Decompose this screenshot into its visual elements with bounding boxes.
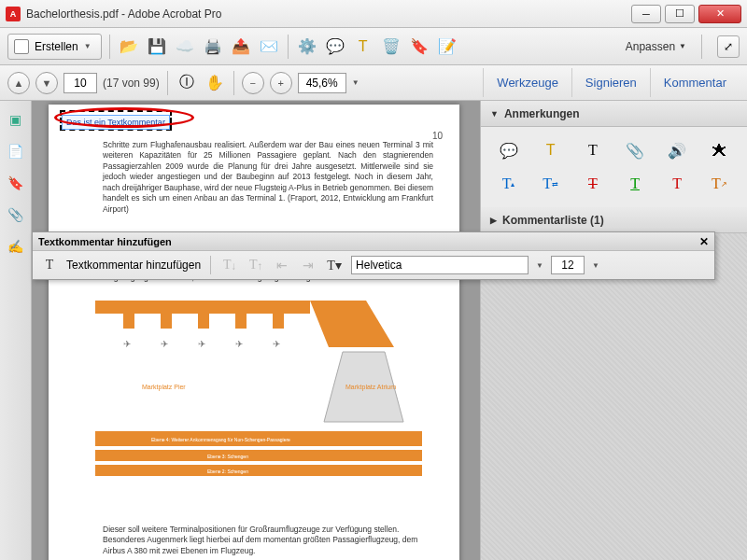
text-comment-label: Textkommentar hinzufügen [66, 259, 201, 272]
text-comment-box[interactable]: Das ist ein Textkommentar [60, 110, 172, 131]
comment-list-body [481, 233, 747, 560]
share-icon[interactable]: 📤 [230, 35, 252, 58]
audio-tool[interactable]: 🔊 [659, 138, 696, 162]
chevron-down-icon[interactable]: ▼ [352, 78, 359, 87]
minimize-button[interactable]: ─ [631, 5, 661, 23]
fig-label-pier: Marktplatz Pier [142, 384, 186, 391]
font-family-select[interactable] [351, 256, 529, 274]
mail-icon[interactable]: ✉️ [258, 35, 280, 58]
decrease-font-icon[interactable]: T↓ [220, 256, 239, 274]
right-panel: ▼ Anmerkungen 💬 T T 📎 🔊 🟊 T▴ T⇄ T T T T↗… [480, 101, 747, 560]
svg-rect-1 [123, 314, 134, 329]
signature-icon[interactable]: ✍️ [7, 237, 25, 256]
attachment-icon[interactable]: 📎 [7, 205, 25, 224]
thumbnails-icon[interactable]: ▣ [7, 110, 25, 129]
svg-rect-2 [161, 314, 172, 329]
page-down-button[interactable]: ▼ [35, 72, 58, 94]
add-text-tool[interactable]: T [574, 138, 611, 162]
open-icon[interactable]: 📂 [118, 35, 140, 58]
cloud-icon[interactable]: ☁️ [174, 35, 196, 58]
zoom-input[interactable] [298, 73, 346, 93]
svg-text:Ebene 2: Schengen: Ebene 2: Schengen [207, 469, 248, 474]
close-button[interactable]: ✕ [698, 5, 741, 23]
save-icon[interactable]: 💾 [146, 35, 168, 58]
font-size-select[interactable] [551, 256, 585, 274]
sidebar: ▣ 📄 🔖 📎 ✍️ [0, 101, 32, 560]
page-number: 10 [432, 131, 443, 141]
stamp-icon[interactable]: 🔖 [408, 35, 430, 58]
underline-tool[interactable]: T [617, 172, 654, 196]
note-icon[interactable]: 💬 [324, 35, 346, 58]
maximize-button[interactable]: ☐ [665, 5, 695, 23]
window-title: Bachelorthesis.pdf - Adobe Acrobat Pro [26, 7, 627, 21]
app-icon: A [6, 7, 21, 21]
fullscreen-button[interactable]: ⤢ [717, 35, 740, 58]
close-icon[interactable]: ✕ [699, 235, 709, 248]
separator [109, 35, 110, 59]
edit-icon[interactable]: 📝 [436, 35, 458, 58]
text-comment-content[interactable]: Das ist ein Textkommentar [62, 115, 170, 130]
separator [210, 256, 211, 274]
select-tool-icon[interactable]: Ⓘ [176, 72, 198, 94]
highlight-icon[interactable]: T [352, 35, 374, 58]
annotations-header[interactable]: ▼ Anmerkungen [481, 101, 747, 127]
indent-right-icon[interactable]: ⇥ [299, 256, 317, 274]
text-color-icon[interactable]: T▾ [325, 256, 344, 274]
annotations-title: Anmerkungen [504, 107, 580, 120]
chevron-down-icon: ▼ [490, 109, 499, 119]
create-button[interactable]: Erstellen ▼ [7, 34, 102, 60]
delete-note-icon[interactable]: 🗑️ [380, 35, 402, 58]
chevron-down-icon[interactable]: ▼ [536, 261, 543, 270]
insert-text-tool[interactable]: T▴ [490, 172, 527, 196]
text-tool-icon[interactable]: T [40, 256, 59, 274]
increase-font-icon[interactable]: T↑ [247, 256, 265, 274]
fig-label-atrium: Marktplatz Atrium [345, 384, 396, 391]
document-viewport[interactable]: Das ist ein Textkommentar 10 Schritte zu… [32, 101, 480, 560]
main-area: ▣ 📄 🔖 📎 ✍️ Das ist ein Textkommentar 10 … [0, 101, 747, 560]
window-titlebar: A Bachelorthesis.pdf - Adobe Acrobat Pro… [0, 0, 747, 28]
svg-text:✈: ✈ [235, 339, 243, 349]
tab-comment[interactable]: Kommentar [650, 68, 740, 97]
customize-label: Anpassen [626, 40, 675, 53]
svg-rect-15 [95, 465, 422, 476]
nav-toolbar: ▲ ▼ (17 von 99) Ⓘ ✋ − + ▼ Werkzeuge Sign… [0, 65, 747, 101]
gear-icon[interactable]: ⚙️ [296, 35, 318, 58]
pages-icon[interactable]: 📄 [7, 142, 25, 161]
page-up-button[interactable]: ▲ [7, 72, 30, 94]
highlight-text-tool[interactable]: T [532, 138, 569, 162]
attach-file-tool[interactable]: 📎 [617, 138, 654, 162]
bookmark-icon[interactable]: 🔖 [7, 174, 25, 192]
separator [233, 71, 234, 95]
stamp-tool[interactable]: 🟊 [701, 138, 738, 162]
zoom-out-button[interactable]: − [242, 72, 264, 94]
svg-text:Ebene 3: Schengen: Ebene 3: Schengen [207, 454, 248, 459]
tab-sign[interactable]: Signieren [571, 68, 650, 97]
annotation-tools: 💬 T T 📎 🔊 🟊 T▴ T⇄ T T T T↗ [481, 127, 747, 207]
customize-menu[interactable]: Anpassen ▼ [618, 36, 694, 57]
comment-list-header[interactable]: ▶ Kommentarliste (1) [481, 207, 747, 233]
text-comment-toolbar[interactable]: Textkommentar hinzufügen ✕ T Textkomment… [32, 231, 715, 280]
indent-left-icon[interactable]: ⇤ [273, 256, 291, 274]
callout-tool[interactable]: T↗ [701, 172, 738, 196]
chevron-right-icon: ▶ [490, 216, 497, 225]
svg-text:Ebene 4: Weiterer Ankommensgan: Ebene 4: Weiterer Ankommensgang für Non-… [151, 437, 290, 442]
print-icon[interactable]: 🖨️ [202, 35, 224, 58]
separator [701, 35, 702, 59]
page-number-input[interactable] [63, 73, 97, 93]
pdf-page: Das ist ein Textkommentar 10 Schritte zu… [49, 105, 459, 560]
tab-tools[interactable]: Werkzeuge [483, 68, 571, 97]
replace-text-tool[interactable]: T⇄ [532, 172, 569, 196]
sticky-note-tool[interactable]: 💬 [490, 138, 527, 162]
svg-rect-3 [198, 314, 209, 329]
hand-tool-icon[interactable]: ✋ [204, 72, 226, 94]
strikethrough-tool[interactable]: T [574, 172, 611, 196]
text-comment-toolbar-title[interactable]: Textkommentar hinzufügen ✕ [33, 232, 714, 251]
svg-text:✈: ✈ [161, 339, 168, 349]
text-box-tool[interactable]: T [659, 172, 696, 196]
svg-text:✈: ✈ [123, 339, 131, 349]
separator [167, 71, 168, 95]
zoom-in-button[interactable]: + [270, 72, 292, 94]
svg-rect-4 [235, 314, 247, 329]
main-toolbar: Erstellen ▼ 📂 💾 ☁️ 🖨️ 📤 ✉️ ⚙️ 💬 T 🗑️ 🔖 📝… [0, 28, 747, 65]
chevron-down-icon[interactable]: ▼ [592, 261, 599, 270]
